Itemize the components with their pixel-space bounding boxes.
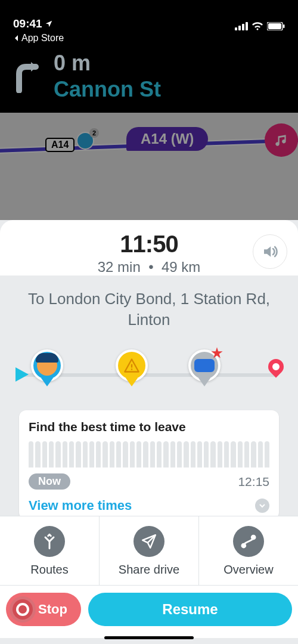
home-indicator: [104, 636, 194, 639]
action-routes[interactable]: Routes: [0, 516, 99, 585]
eta-arrival-time: 11:50: [98, 231, 200, 258]
location-arrow-icon: [45, 20, 53, 28]
speaker-icon: [261, 243, 279, 261]
stop-button[interactable]: Stop: [6, 593, 81, 626]
wifi-icon: [252, 22, 263, 30]
back-to-app-store[interactable]: App Store: [0, 33, 298, 47]
svg-rect-7: [131, 364, 132, 368]
svg-point-9: [242, 544, 246, 547]
chevron-down-icon: [255, 499, 269, 513]
start-arrow-icon: [15, 367, 29, 382]
chevron-left-icon: [13, 35, 19, 42]
direction-street: Cannon St: [54, 77, 161, 102]
sound-button[interactable]: [253, 234, 287, 269]
hazard-pin-warning[interactable]: [116, 349, 148, 382]
best-time-card[interactable]: Find the best time to leave Now 12:15 Vi…: [19, 410, 279, 519]
action-routes-label: Routes: [30, 563, 68, 577]
back-label: App Store: [21, 33, 64, 44]
stop-knob-icon: [10, 596, 36, 623]
svg-rect-0: [235, 27, 237, 30]
eta-subline: 32 min • 49 km: [98, 259, 200, 275]
svg-rect-1: [238, 26, 241, 30]
now-chip: Now: [29, 473, 70, 490]
svg-rect-3: [246, 22, 248, 30]
action-share-drive[interactable]: Share drive: [99, 516, 198, 585]
view-more-times[interactable]: View more times: [29, 498, 269, 513]
map[interactable]: A14 A14 (W) 2: [0, 113, 298, 220]
time-bars: [29, 441, 269, 467]
direction-distance: 0 m: [54, 51, 161, 76]
hazard-pin-accident[interactable]: [188, 349, 221, 382]
hazard-track: [12, 351, 286, 394]
send-icon: [141, 534, 157, 549]
action-share-label: Share drive: [119, 563, 179, 577]
best-time-title: Find the best time to leave: [29, 420, 269, 434]
svg-point-10: [252, 535, 255, 539]
svg-rect-5: [268, 23, 281, 29]
status-time: 09:41: [13, 17, 42, 30]
turn-right-icon: [13, 60, 41, 93]
hazard-pin-police[interactable]: [31, 349, 63, 382]
status-bar: 09:41: [0, 0, 298, 33]
warning-icon: [123, 357, 140, 374]
routes-icon: [41, 533, 58, 550]
overview-icon: [240, 533, 257, 550]
signal-icon: [235, 22, 248, 30]
resume-button[interactable]: Resume: [88, 593, 292, 626]
svg-rect-2: [242, 24, 244, 30]
svg-rect-8: [131, 369, 132, 370]
action-row: Routes Share drive Overview: [0, 516, 298, 586]
destination-text: To London City Bond, 1 Station Rd, Linto…: [12, 289, 286, 330]
bottom-bar: Stop Resume: [0, 586, 298, 638]
eta-sheet: 11:50 32 min • 49 km: [0, 220, 298, 275]
best-time-end: 12:15: [238, 475, 269, 489]
battery-icon: [267, 22, 285, 30]
action-overview-label: Overview: [224, 563, 273, 577]
direction-panel: 0 m Cannon St: [0, 47, 298, 113]
action-overview[interactable]: Overview: [198, 516, 298, 585]
svg-rect-6: [283, 24, 285, 28]
